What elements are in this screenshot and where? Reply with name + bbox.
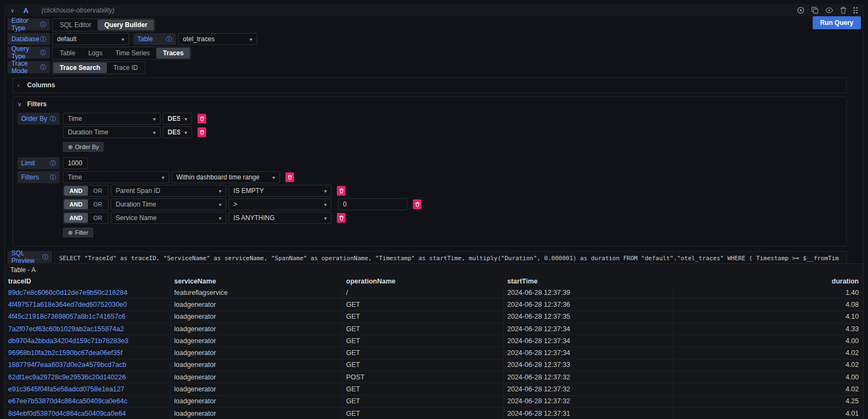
trace-mode-option[interactable]: Trace Search — [53, 62, 107, 73]
database-select[interactable]: default ▾ — [52, 33, 129, 45]
start-time-cell: 2024-06-28 12:37:34 — [504, 347, 673, 358]
filter-field-select[interactable]: Duration Time ▾ — [111, 198, 226, 210]
add-order-by-button[interactable]: ⊕ Order By — [63, 142, 104, 152]
trash-icon[interactable] — [840, 7, 847, 14]
trace-id-link[interactable]: e91c3645f04fa5e58adcd0758e1ea127 — [5, 383, 171, 395]
duration-cell: 4.33 — [673, 325, 863, 333]
conjunction-toggle: AND OR — [63, 198, 108, 210]
trace-id-link[interactable]: 7a2f07ecf63c60b1029ab2ac155874a2 — [5, 323, 171, 334]
table-select[interactable]: otel_traces ▾ — [178, 33, 257, 45]
filter-condition-row: AND OR Duration Time ▾ > ▾ — [63, 198, 422, 210]
trace-id-link[interactable]: e67ee7b53870d4c864ca50409ca0e64c — [5, 396, 171, 407]
filters-label: Filters ⓘ — [17, 171, 60, 183]
column-header-operationname[interactable]: operationName — [343, 278, 504, 285]
chevron-down-icon: ∨ — [17, 101, 23, 108]
trace-id-link[interactable]: 4f497571a618e364ed7ded60752030e0 — [5, 299, 171, 310]
editor-type-option[interactable]: SQL Editor — [53, 20, 98, 30]
service-name-cell: loadgenerator — [171, 408, 343, 419]
table-row: 4f45c21918c73698057a8b1c741657c6 loadgen… — [5, 311, 863, 323]
duration-cell: 4.02 — [673, 361, 863, 369]
columns-section-header[interactable]: › Columns — [17, 80, 842, 91]
order-by-direction-select[interactable]: DESC ▾ — [163, 126, 192, 138]
chevron-down-icon: ▾ — [324, 202, 327, 208]
operation-name-cell: GET — [343, 335, 504, 346]
eye-icon[interactable] — [825, 7, 833, 14]
start-time-cell: 2024-06-28 12:37:31 — [504, 408, 673, 419]
trace-id-link[interactable]: 89dc7e8c6060c0d12de7e9b50c216284 — [5, 287, 171, 298]
query-type-option[interactable]: Time Series — [109, 48, 157, 59]
chevron-down-icon: ▾ — [122, 36, 124, 42]
remove-filter-button[interactable] — [285, 172, 294, 182]
trace-id-link[interactable]: 8d4ebf0d53870d4c864ca50409ca0e64 — [5, 408, 171, 419]
trace-id-link[interactable]: 1887794f7eaa6037d0e2a4579bcd7acb — [5, 359, 171, 371]
start-time-cell: 2024-06-28 12:37:32 — [504, 371, 673, 383]
order-by-direction-select[interactable]: DESC ▾ — [163, 113, 192, 125]
filter-field-select[interactable]: Time ▾ — [63, 171, 169, 183]
column-header-traceid[interactable]: traceID — [5, 278, 171, 285]
service-name-cell: loadgenerator — [171, 396, 343, 407]
column-header-duration[interactable]: duration — [673, 278, 863, 285]
or-option[interactable]: OR — [88, 213, 108, 223]
service-name-cell: loadgenerator — [171, 371, 343, 383]
query-type-option[interactable]: Logs — [82, 48, 109, 59]
order-by-field-select[interactable]: Duration Time ▾ — [63, 126, 161, 138]
remove-order-by-button[interactable] — [197, 127, 206, 137]
start-time-cell: 2024-06-28 12:37:32 — [504, 396, 673, 407]
start-time-cell: 2024-06-28 12:37:34 — [504, 323, 673, 334]
column-header-servicename[interactable]: serviceName — [171, 278, 343, 285]
trace-mode-label: Trace Mode ⓘ — [8, 61, 50, 73]
filter-value-input[interactable]: 0 — [338, 198, 407, 210]
or-option[interactable]: OR — [88, 186, 108, 196]
filter-field-select[interactable]: Service Name ▾ — [111, 212, 226, 224]
trace-id-link[interactable]: 4f45c21918c73698057a8b1c741657c6 — [5, 311, 171, 323]
table-row: db9704a2bbda34204d159c71b78283e3 loadgen… — [5, 335, 863, 347]
query-type-option[interactable]: Table — [53, 48, 82, 59]
filters-section-header[interactable]: ∨ Filters — [17, 99, 842, 109]
table-row: 62df1ec9a29728c9e29536c20d140226 loadgen… — [5, 371, 863, 383]
record-circle-icon[interactable] — [797, 7, 805, 14]
operation-name-cell: GET — [343, 323, 504, 334]
chevron-down-icon: ▾ — [184, 116, 187, 122]
trace-mode-option[interactable]: Trace ID — [107, 62, 145, 73]
remove-filter-button[interactable] — [337, 213, 346, 223]
order-by-row: Duration Time ▾ DESC ▾ — [63, 126, 206, 138]
chevron-down-icon: ▾ — [324, 215, 327, 221]
filters-section: ∨ Filters Order By ⓘ Time ▾ — [12, 96, 847, 247]
info-icon: ⓘ — [166, 35, 172, 43]
add-filter-button[interactable]: ⊕ Filter — [63, 228, 93, 237]
order-by-field-select[interactable]: Time ▾ — [63, 113, 161, 125]
operation-name-cell: GET — [343, 383, 504, 395]
info-icon: ⓘ — [40, 21, 46, 29]
column-header-starttime[interactable]: startTime — [504, 278, 673, 285]
editor-type-option[interactable]: Query Builder — [98, 20, 154, 30]
duplicate-icon[interactable] — [811, 7, 819, 14]
trace-id-link[interactable]: 62df1ec9a29728c9e29536c20d140226 — [5, 371, 171, 383]
remove-filter-button[interactable] — [337, 186, 346, 196]
filter-operator-select[interactable]: > ▾ — [228, 198, 331, 210]
and-option[interactable]: AND — [64, 186, 88, 196]
duration-cell: 4.00 — [673, 337, 863, 345]
remove-order-by-button[interactable] — [197, 114, 206, 124]
filter-operator-select[interactable]: IS EMPTY ▾ — [228, 185, 331, 197]
remove-filter-button[interactable] — [413, 199, 422, 209]
duration-cell: 4.25 — [673, 397, 863, 405]
trace-id-link[interactable]: 96968b10fa2b2c1590bc67dea06ef35f — [5, 347, 171, 358]
run-query-button[interactable]: Run Query — [813, 16, 861, 29]
chevron-down-icon: ▾ — [184, 130, 187, 136]
info-icon: ⓘ — [42, 253, 48, 261]
operation-name-cell: GET — [343, 408, 504, 419]
query-type-option[interactable]: Traces — [156, 48, 190, 59]
collapse-query-icon[interactable]: ∨ — [10, 8, 18, 14]
limit-input[interactable]: 1000 — [63, 157, 88, 169]
and-option[interactable]: AND — [64, 213, 88, 223]
and-option[interactable]: AND — [64, 199, 88, 209]
filter-field-select[interactable]: Parent Span ID ▾ — [111, 185, 226, 197]
start-time-cell: 2024-06-28 12:37:33 — [504, 359, 673, 371]
trace-id-link[interactable]: db9704a2bbda34204d159c71b78283e3 — [5, 335, 171, 346]
or-option[interactable]: OR — [88, 199, 108, 209]
drag-handle-icon[interactable] — [853, 7, 858, 14]
start-time-cell: 2024-06-28 12:37:34 — [504, 335, 673, 346]
filter-operator-select[interactable]: Within dashboard time range ▾ — [171, 171, 280, 183]
chevron-down-icon: ▾ — [162, 175, 164, 181]
filter-operator-select[interactable]: IS ANYTHING ▾ — [228, 212, 331, 224]
